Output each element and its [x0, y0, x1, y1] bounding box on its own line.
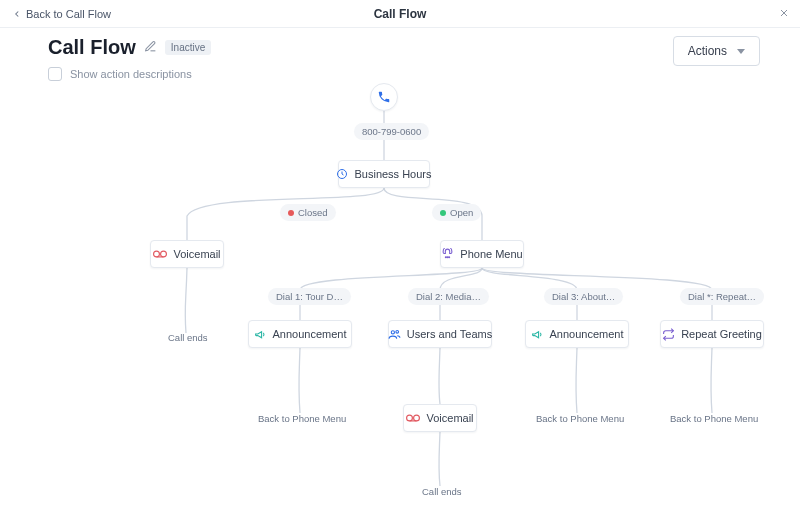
phone-menu-icon — [441, 248, 454, 261]
node-label: Voicemail — [173, 248, 220, 260]
terminal-back-menu-3: Back to Phone Menu — [670, 413, 758, 424]
dial-star-pill[interactable]: Dial *: Repeat… — [680, 288, 764, 305]
svg-point-14 — [449, 256, 450, 257]
svg-point-15 — [391, 330, 394, 333]
node-announcement-1[interactable]: Announcement — [248, 320, 352, 348]
back-to-callflow[interactable]: Back to Call Flow — [12, 8, 111, 20]
dial-1-pill[interactable]: Dial 1: Tour D… — [268, 288, 351, 305]
svg-point-12 — [446, 256, 447, 257]
chevron-left-icon — [12, 9, 22, 19]
svg-point-18 — [414, 415, 420, 421]
terminal-back-menu-2: Back to Phone Menu — [536, 413, 624, 424]
repeat-icon — [662, 328, 675, 341]
branch-closed-label: Closed — [298, 207, 328, 218]
svg-point-13 — [447, 256, 448, 257]
node-label: Announcement — [550, 328, 624, 340]
close-icon — [778, 7, 790, 19]
users-icon — [388, 328, 401, 341]
branch-open-label: Open — [450, 207, 473, 218]
pencil-icon — [144, 40, 157, 53]
node-label: Phone Menu — [460, 248, 522, 260]
node-label: Announcement — [273, 328, 347, 340]
terminal-call-ends-1: Call ends — [168, 332, 208, 343]
node-users-teams[interactable]: Users and Teams — [388, 320, 492, 348]
start-node[interactable] — [370, 83, 398, 111]
branch-open[interactable]: Open — [432, 204, 481, 221]
status-badge: Inactive — [165, 40, 211, 55]
voicemail-icon — [153, 249, 167, 259]
dial-2-pill[interactable]: Dial 2: Media… — [408, 288, 489, 305]
edit-title-button[interactable] — [144, 40, 157, 56]
flow-canvas[interactable]: 800-799-0600 Business Hours Closed Open … — [0, 68, 800, 513]
back-label: Back to Call Flow — [26, 8, 111, 20]
node-voicemail-open[interactable]: Voicemail — [403, 404, 477, 432]
terminal-call-ends-2: Call ends — [422, 486, 462, 497]
clock-icon — [336, 168, 348, 180]
phone-number-pill[interactable]: 800-799-0600 — [354, 123, 429, 140]
actions-label: Actions — [688, 44, 727, 58]
status-dot-open — [440, 210, 446, 216]
chevron-down-icon — [737, 49, 745, 54]
node-label: Repeat Greeting — [681, 328, 762, 340]
svg-point-9 — [154, 251, 160, 257]
node-voicemail-closed[interactable]: Voicemail — [150, 240, 224, 268]
megaphone-icon — [254, 328, 267, 341]
node-phone-menu[interactable]: Phone Menu — [440, 240, 524, 268]
actions-button[interactable]: Actions — [673, 36, 760, 66]
node-business-hours[interactable]: Business Hours — [338, 160, 430, 188]
top-title: Call Flow — [374, 7, 427, 21]
svg-point-10 — [161, 251, 167, 257]
node-label: Users and Teams — [407, 328, 492, 340]
node-label: Business Hours — [354, 168, 431, 180]
page-title: Call Flow — [48, 36, 136, 59]
dial-3-pill[interactable]: Dial 3: About… — [544, 288, 623, 305]
node-label: Voicemail — [426, 412, 473, 424]
close-button[interactable] — [778, 6, 790, 22]
node-announcement-2[interactable]: Announcement — [525, 320, 629, 348]
voicemail-icon — [406, 413, 420, 423]
node-repeat-greeting[interactable]: Repeat Greeting — [660, 320, 764, 348]
phone-icon — [377, 90, 391, 104]
svg-point-16 — [396, 330, 399, 333]
svg-point-17 — [407, 415, 413, 421]
megaphone-icon — [531, 328, 544, 341]
terminal-back-menu-1: Back to Phone Menu — [258, 413, 346, 424]
branch-closed[interactable]: Closed — [280, 204, 336, 221]
status-dot-closed — [288, 210, 294, 216]
